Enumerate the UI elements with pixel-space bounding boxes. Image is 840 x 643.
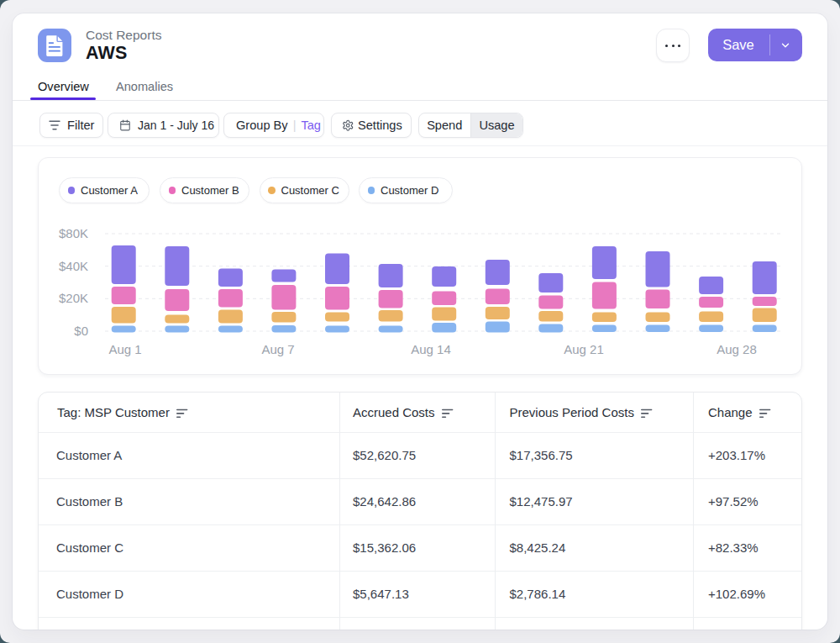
svg-text:Aug 7: Aug 7 xyxy=(261,342,294,356)
svg-text:$40K: $40K xyxy=(59,259,88,273)
svg-text:$80K: $80K xyxy=(59,226,88,240)
svg-text:Aug 28: Aug 28 xyxy=(717,342,757,356)
svg-text:Aug 1: Aug 1 xyxy=(108,342,141,356)
svg-text:$20K: $20K xyxy=(59,291,88,305)
svg-text:$0: $0 xyxy=(74,324,88,338)
svg-text:Aug 21: Aug 21 xyxy=(564,342,604,356)
svg-text:Aug 14: Aug 14 xyxy=(411,342,451,356)
